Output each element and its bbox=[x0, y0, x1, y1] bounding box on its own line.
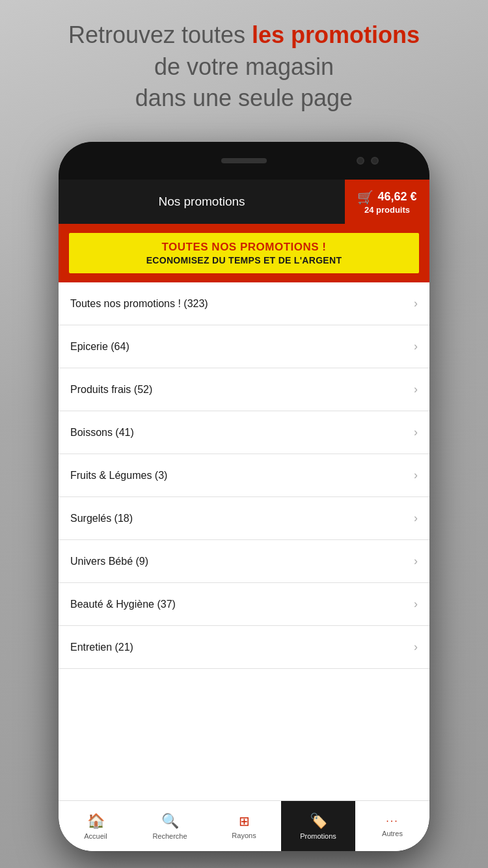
marketing-text-line3: dans une seule page bbox=[135, 85, 353, 111]
tab-promotions[interactable]: 🏷️ Promotions bbox=[281, 801, 355, 851]
tab-label-rayons: Rayons bbox=[232, 832, 256, 839]
tab-rayons[interactable]: ⊞ Rayons bbox=[207, 801, 281, 851]
more-icon: ··· bbox=[386, 815, 398, 827]
app-header: Nos promotions 🛒 46,62 € 24 produits bbox=[59, 180, 429, 224]
menu-item-label: Univers Bébé (9) bbox=[70, 556, 148, 567]
menu-item[interactable]: Fruits & Légumes (3) › bbox=[59, 454, 429, 497]
phone-top-bar bbox=[59, 142, 429, 180]
chevron-right-icon: › bbox=[414, 426, 418, 439]
chevron-right-icon: › bbox=[414, 554, 418, 568]
tab-label-accueil: Accueil bbox=[84, 832, 107, 840]
cart-price-row: 🛒 46,62 € bbox=[357, 189, 416, 205]
cart-price: 46,62 € bbox=[377, 190, 416, 204]
menu-item-label: Epicerie (64) bbox=[70, 341, 129, 353]
promo-banner-line2: ECONOMISEZ DU TEMPS ET DE L'ARGENT bbox=[75, 255, 413, 265]
header-title: Nos promotions bbox=[59, 180, 345, 224]
menu-item-label: Beauté & Hygiène (37) bbox=[70, 599, 176, 610]
cart-icon: 🛒 bbox=[357, 189, 373, 205]
phone-speaker bbox=[221, 158, 267, 163]
chevron-right-icon: › bbox=[414, 383, 418, 396]
menu-item-label: Boissons (41) bbox=[70, 427, 134, 439]
tab-label-recherche: Recherche bbox=[152, 832, 187, 840]
menu-item[interactable]: Produits frais (52) › bbox=[59, 368, 429, 411]
home-icon: 🏠 bbox=[87, 813, 105, 830]
tab-recherche[interactable]: 🔍 Recherche bbox=[133, 801, 207, 851]
cart-button[interactable]: 🛒 46,62 € 24 produits bbox=[345, 180, 429, 224]
search-icon: 🔍 bbox=[161, 813, 179, 830]
menu-list: Toutes nos promotions ! (323) › Epicerie… bbox=[59, 282, 429, 800]
marketing-text-line2: de votre magasin bbox=[154, 53, 334, 80]
phone-camera-left bbox=[357, 157, 364, 165]
menu-item[interactable]: Toutes nos promotions ! (323) › bbox=[59, 282, 429, 325]
promo-banner-inner: TOUTES NOS PROMOTIONS ! ECONOMISEZ DU TE… bbox=[69, 233, 419, 273]
menu-item[interactable]: Boissons (41) › bbox=[59, 411, 429, 454]
menu-item[interactable]: Beauté & Hygiène (37) › bbox=[59, 583, 429, 626]
menu-item-label: Surgelés (18) bbox=[70, 513, 133, 524]
tab-bar: 🏠 Accueil 🔍 Recherche ⊞ Rayons 🏷️ Promot… bbox=[59, 800, 429, 851]
cart-count-number: 24 bbox=[364, 205, 373, 215]
menu-item-label: Entretien (21) bbox=[70, 642, 133, 653]
chevron-right-icon: › bbox=[414, 640, 418, 654]
chevron-right-icon: › bbox=[414, 340, 418, 353]
tag-icon: 🏷️ bbox=[310, 813, 327, 830]
cart-count-label: produits bbox=[376, 205, 410, 215]
chevron-right-icon: › bbox=[414, 297, 418, 310]
chevron-right-icon: › bbox=[414, 511, 418, 525]
marketing-header: Retrouvez toutes les promotions de votre… bbox=[0, 20, 488, 115]
menu-item[interactable]: Entretien (21) › bbox=[59, 626, 429, 669]
cart-count: 24 produits bbox=[364, 205, 410, 215]
promo-banner-line1: TOUTES NOS PROMOTIONS ! bbox=[75, 241, 413, 254]
chevron-right-icon: › bbox=[414, 597, 418, 611]
tab-label-promotions: Promotions bbox=[300, 832, 336, 840]
tab-label-autres: Autres bbox=[382, 830, 403, 837]
promo-banner: TOUTES NOS PROMOTIONS ! ECONOMISEZ DU TE… bbox=[59, 224, 429, 282]
menu-item[interactable]: Surgelés (18) › bbox=[59, 497, 429, 540]
phone-camera-right bbox=[371, 157, 379, 165]
menu-item[interactable]: Epicerie (64) › bbox=[59, 325, 429, 368]
menu-item-label: Fruits & Légumes (3) bbox=[70, 470, 167, 481]
marketing-text-highlight: les promotions bbox=[252, 21, 420, 48]
menu-item-label: Produits frais (52) bbox=[70, 384, 152, 396]
menu-item-label: Toutes nos promotions ! (323) bbox=[70, 298, 208, 310]
phone-screen: Nos promotions 🛒 46,62 € 24 produits TOU… bbox=[59, 180, 429, 851]
phone-mockup: Nos promotions 🛒 46,62 € 24 produits TOU… bbox=[59, 142, 429, 851]
marketing-text-line1: Retrouvez toutes bbox=[68, 21, 252, 48]
chevron-right-icon: › bbox=[414, 468, 418, 482]
menu-item[interactable]: Univers Bébé (9) › bbox=[59, 540, 429, 583]
grid-icon: ⊞ bbox=[239, 813, 250, 829]
